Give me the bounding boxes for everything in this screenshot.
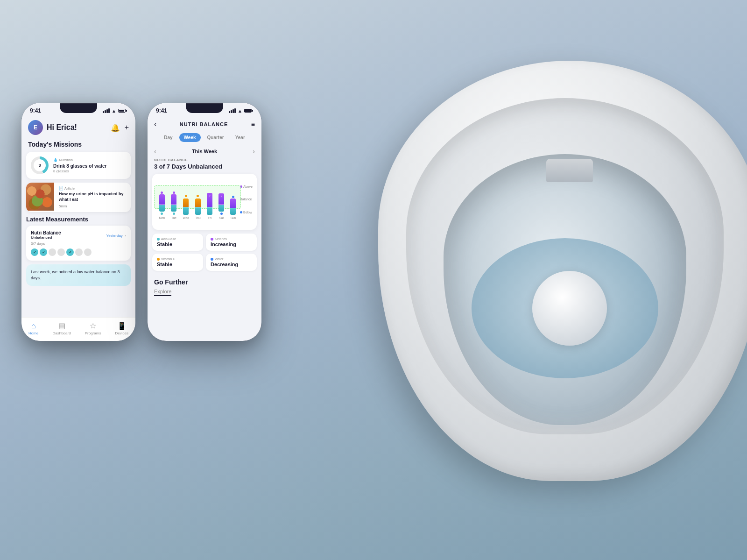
phone1-header: E Hi Erica! 🔔 + xyxy=(21,116,135,138)
meas-date: Yesterday xyxy=(106,234,123,238)
nav-programs[interactable]: ☆ Programs xyxy=(85,321,101,335)
devices-icon: 📱 xyxy=(117,321,127,330)
tab-week[interactable]: Week xyxy=(179,133,201,142)
label-balance: Balance xyxy=(240,198,254,201)
article-content: 📄 Article How my urine pH is impacted by… xyxy=(54,183,131,212)
chart-day-tue: Tue xyxy=(171,191,176,220)
chart-day-mon: Mon xyxy=(159,191,165,220)
prev-week-button[interactable]: ‹ xyxy=(154,148,156,155)
phone2-wifi-icon: ▲ xyxy=(238,108,242,113)
chart-day-wed: Wed xyxy=(183,195,189,220)
user-avatar[interactable]: E xyxy=(28,120,43,135)
meas-name-block: Nutri Balance Unbalanced xyxy=(31,230,61,240)
label-below: Below xyxy=(240,211,254,214)
phone1-notch xyxy=(60,103,97,113)
missions-title: Today's Missions xyxy=(21,138,135,152)
water-dot xyxy=(211,258,213,261)
metrics-grid: Acid-Base Stable Ketones Increasing Vita… xyxy=(148,230,261,275)
phone1-battery xyxy=(118,109,127,113)
water-label: Water xyxy=(211,257,252,261)
nav-devices[interactable]: 📱 Devices xyxy=(115,321,128,335)
phone2-status-icons: ▲ xyxy=(229,108,253,113)
ketones-value: Increasing xyxy=(211,241,252,247)
phone2: 9:41 ▲ ‹ NUTRI BALANCE xyxy=(148,103,261,341)
article-image xyxy=(26,183,54,211)
acid-base-value: Stable xyxy=(157,241,198,247)
water-category: 💧 Nutrition xyxy=(53,158,126,162)
dot-3 xyxy=(49,248,56,256)
phone1-screen: 9:41 ▲ E Hi Erica! xyxy=(21,103,135,341)
acid-base-dot xyxy=(157,238,160,241)
programs-icon: ☆ xyxy=(90,321,96,330)
metric-acid-base: Acid-Base Stable xyxy=(152,234,203,251)
dashboard-icon: ▤ xyxy=(58,321,65,330)
chart-y-labels: Above Balance Below xyxy=(240,177,254,226)
go-further-section: Go Further Explore xyxy=(148,275,261,298)
dashboard-label: Dashboard xyxy=(52,331,70,335)
devices-label: Devices xyxy=(115,331,128,335)
home-label: Home xyxy=(28,331,38,335)
nav-home[interactable]: ⌂ Home xyxy=(28,322,38,335)
chart-day-fri: ✓ Fri xyxy=(207,193,212,220)
dot-7 xyxy=(84,248,92,256)
ketones-dot xyxy=(211,238,213,241)
meas-name: Nutri Balance xyxy=(31,230,61,235)
ketones-label: Ketones xyxy=(211,237,252,241)
article-time: 5min xyxy=(59,204,126,208)
phone2-signal xyxy=(229,108,236,113)
article-mission-card[interactable]: 📄 Article How my urine pH is impacted by… xyxy=(26,183,131,212)
tab-year[interactable]: Year xyxy=(231,133,250,142)
metric-ketones: Ketones Increasing xyxy=(206,234,257,251)
meas-days: 3/7 days xyxy=(31,241,126,246)
water-count: 3 xyxy=(34,159,46,171)
water-value: Decreasing xyxy=(211,262,252,267)
toilet-image xyxy=(341,61,747,528)
nutri-chart: Mon Tue xyxy=(152,174,257,230)
chart-day-thu: Thu xyxy=(195,195,201,220)
measurements-section: Latest Measurements Nutri Balance Unbala… xyxy=(21,216,135,261)
measurements-title: Latest Measurements xyxy=(26,216,131,223)
phone1-wifi-icon: ▲ xyxy=(112,108,116,113)
header-action-icons: 🔔 + xyxy=(111,123,129,132)
dot-2: ✓ xyxy=(40,248,47,256)
bottom-navigation: ⌂ Home ▤ Dashboard ☆ Programs 📱 Devices xyxy=(21,317,135,341)
vitamin-c-value: Stable xyxy=(157,262,198,267)
phone2-notch xyxy=(186,103,223,113)
nutri-balance-title: NUTRI BALANCE xyxy=(156,121,251,127)
nutri-balance-card[interactable]: Nutri Balance Unbalanced Yesterday › 3/7… xyxy=(26,226,131,261)
vitamin-c-dot xyxy=(157,258,160,261)
article-title: How my urine pH is impacted by what I ea… xyxy=(59,191,126,202)
tab-quarter[interactable]: Quarter xyxy=(203,133,229,142)
explore-label[interactable]: Explore xyxy=(154,289,171,296)
notification-icon[interactable]: 🔔 xyxy=(111,123,120,132)
acid-base-label: Acid-Base xyxy=(157,237,198,241)
chart-day-sun: Sun xyxy=(230,196,236,220)
water-mission-card[interactable]: 3 💧 Nutrition Drink 8 glasses of water 8… xyxy=(26,152,131,179)
phone1: 9:41 ▲ E Hi Erica! xyxy=(21,103,135,341)
article-icon: 📄 xyxy=(59,186,63,191)
dot-4 xyxy=(57,248,65,256)
water-description: Drink 8 glasses of water xyxy=(53,163,126,169)
insight-card: Last week, we noticed a low water balanc… xyxy=(26,264,131,285)
dot-6 xyxy=(75,248,83,256)
water-mission-text: 💧 Nutrition Drink 8 glasses of water 8 g… xyxy=(53,158,126,173)
phone2-screen: 9:41 ▲ ‹ NUTRI BALANCE xyxy=(148,103,261,341)
go-further-title: Go Further xyxy=(154,278,255,286)
next-week-button[interactable]: › xyxy=(253,148,255,155)
phone2-time: 9:41 xyxy=(156,107,167,114)
nutri-status-text: 3 of 7 Days Unbalanced xyxy=(148,163,261,174)
period-tabs: Day Week Quarter Year xyxy=(148,131,261,146)
week-navigation: ‹ This Week › xyxy=(148,146,261,158)
vitamin-c-label: Vitamin C xyxy=(157,257,198,261)
menu-icon[interactable]: ≡ xyxy=(251,121,255,128)
meas-status: Unbalanced xyxy=(31,235,61,240)
nutrition-icon: 💧 xyxy=(53,158,58,162)
article-category: 📄 Article xyxy=(59,186,126,191)
programs-label: Programs xyxy=(85,331,101,335)
nav-dashboard[interactable]: ▤ Dashboard xyxy=(52,321,70,335)
tab-day[interactable]: Day xyxy=(159,133,177,142)
phone1-signal xyxy=(103,108,110,113)
dot-1: ✓ xyxy=(31,248,38,256)
meas-name-row: Nutri Balance Unbalanced Yesterday › xyxy=(31,230,126,240)
add-icon[interactable]: + xyxy=(125,123,129,132)
